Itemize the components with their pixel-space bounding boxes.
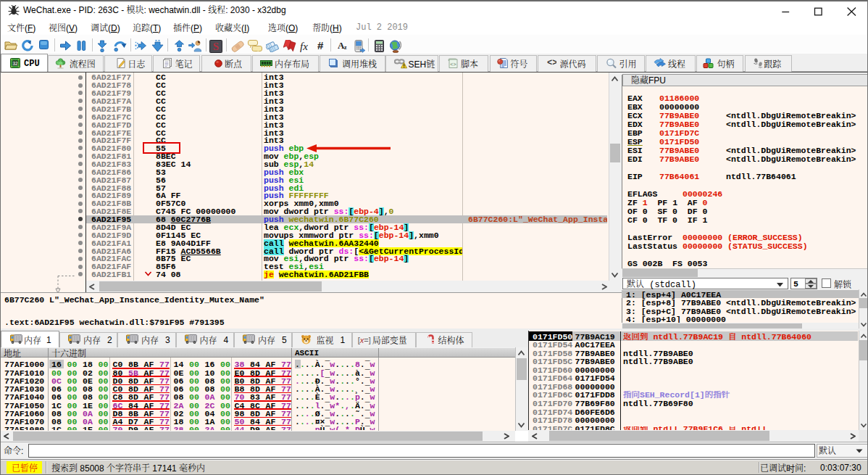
svg-text:#: # [317, 40, 324, 51]
svg-text:32: 32 [12, 61, 18, 66]
svg-text:S: S [213, 41, 219, 52]
svg-text:<>: <> [547, 58, 556, 67]
svg-text:fx: fx [300, 41, 308, 52]
svg-text:z: z [344, 44, 347, 51]
svg-text:<>: <> [450, 62, 456, 67]
